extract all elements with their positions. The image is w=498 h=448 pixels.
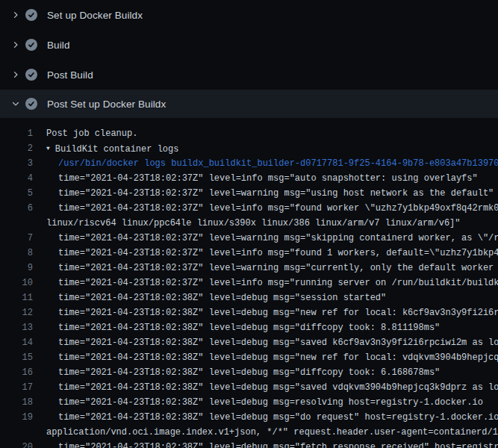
section-label: Post Build [47,69,93,81]
log-line: 12time="2021-04-23T18:02:38Z" level=debu… [0,305,498,320]
log-text: time="2021-04-23T18:02:37Z" level=warnin… [46,186,494,201]
line-number[interactable]: 18 [0,395,33,410]
log-text: time="2021-04-23T18:02:37Z" level=warnin… [46,261,498,276]
check-circle-icon [25,9,37,21]
line-number[interactable]: 20 [0,440,33,448]
log-line: 20time="2021-04-23T18:02:38Z" level=debu… [0,440,498,448]
check-circle-icon [25,98,37,110]
line-number[interactable]: 8 [0,246,33,261]
log-line: 14time="2021-04-23T18:02:38Z" level=debu… [0,335,498,350]
log-line: 15time="2021-04-23T18:02:38Z" level=debu… [0,350,498,365]
log-line: 8time="2021-04-23T18:02:37Z" level=info … [0,246,498,261]
log-line: 16time="2021-04-23T18:02:38Z" level=debu… [0,365,498,380]
log-text: time="2021-04-23T18:02:38Z" level=debug … [46,395,483,410]
log-area: 1Post job cleanup.2▼BuildKit container l… [0,118,498,448]
log-line: 1Post job cleanup. [0,126,498,141]
line-number[interactable]: 17 [0,380,33,395]
line-number[interactable]: 7 [0,231,33,246]
log-text: time="2021-04-23T18:02:37Z" level=info m… [46,276,498,290]
log-line: 6time="2021-04-23T18:02:37Z" level=info … [0,201,498,216]
section-set-up-docker-buildx[interactable]: Set up Docker Buildx [0,0,498,30]
line-number[interactable]: 14 [0,335,33,350]
line-number[interactable]: 5 [0,186,33,201]
step-sections: Set up Docker Buildx Build Post Build Po… [0,0,498,118]
log-line: 13time="2021-04-23T18:02:38Z" level=debu… [0,320,498,335]
log-text: time="2021-04-23T18:02:38Z" level=debug … [46,410,498,425]
section-post-build[interactable]: Post Build [0,60,498,90]
log-text: time="2021-04-23T18:02:37Z" level=warnin… [46,231,498,246]
chevron-right-icon [10,69,22,81]
line-number[interactable]: 3 [0,156,33,171]
line-number[interactable]: 15 [0,350,33,365]
log-text: time="2021-04-23T18:02:38Z" level=debug … [46,440,498,448]
log-line: 7time="2021-04-23T18:02:37Z" level=warni… [0,231,498,246]
log-line: linux/riscv64 linux/ppc64le linux/s390x … [0,216,498,231]
log-line: 19time="2021-04-23T18:02:38Z" level=debu… [0,410,498,425]
line-number[interactable]: 16 [0,365,33,380]
log-group-toggle[interactable]: ▼BuildKit container logs [46,141,178,156]
log-line: 2▼BuildKit container logs [0,141,498,156]
chevron-right-icon [10,39,22,51]
line-number[interactable]: 13 [0,320,33,335]
line-number[interactable]: 10 [0,276,33,290]
log-text: time="2021-04-23T18:02:38Z" level=debug … [46,365,440,380]
log-line: 18time="2021-04-23T18:02:38Z" level=debu… [0,395,498,410]
chevron-right-icon [10,9,22,21]
log-line: 10time="2021-04-23T18:02:37Z" level=info… [0,276,498,290]
log-line: 9time="2021-04-23T18:02:37Z" level=warni… [0,261,498,276]
section-label: Set up Docker Buildx [47,10,143,21]
triangle-down-icon: ▼ [46,141,50,156]
log-text: Post job cleanup. [46,126,137,141]
log-line: 3/usr/bin/docker logs buildx_buildkit_bu… [0,156,498,171]
log-text: time="2021-04-23T18:02:37Z" level=info m… [46,246,498,261]
chevron-down-icon [10,98,22,110]
line-number[interactable]: 19 [0,410,33,425]
log-text-continuation: linux/riscv64 linux/ppc64le linux/s390x … [46,216,461,231]
log-text: time="2021-04-23T18:02:38Z" level=debug … [46,290,386,305]
line-number[interactable]: 4 [0,171,33,186]
line-number[interactable]: 9 [0,261,33,276]
line-number[interactable]: 11 [0,290,33,305]
line-number[interactable]: 2 [0,141,33,156]
log-command-text: /usr/bin/docker logs buildx_buildkit_bui… [46,156,498,171]
line-number[interactable]: 1 [0,126,33,141]
log-line: 5time="2021-04-23T18:02:37Z" level=warni… [0,186,498,201]
check-circle-icon [25,69,37,81]
log-line: 4time="2021-04-23T18:02:37Z" level=info … [0,171,498,186]
log-text: time="2021-04-23T18:02:38Z" level=debug … [46,305,498,320]
log-line: application/vnd.oci.image.index.v1+json,… [0,425,498,440]
log-line: 17time="2021-04-23T18:02:38Z" level=debu… [0,380,498,395]
log-text-continuation: application/vnd.oci.image.index.v1+json,… [46,425,498,440]
section-build[interactable]: Build [0,30,498,60]
log-text: time="2021-04-23T18:02:38Z" level=debug … [46,320,440,335]
log-text: time="2021-04-23T18:02:37Z" level=info m… [46,201,498,216]
check-circle-icon [25,39,37,51]
log-text: time="2021-04-23T18:02:38Z" level=debug … [46,350,498,365]
section-label: Post Set up Docker Buildx [47,99,166,110]
log-text: time="2021-04-23T18:02:38Z" level=debug … [46,335,498,350]
line-number [0,425,33,440]
log-line: 11time="2021-04-23T18:02:38Z" level=debu… [0,290,498,305]
section-label: Build [47,40,70,51]
log-text: time="2021-04-23T18:02:37Z" level=info m… [46,171,478,186]
log-text: time="2021-04-23T18:02:38Z" level=debug … [46,380,498,395]
line-number [0,216,33,231]
line-number[interactable]: 6 [0,201,33,216]
section-post-set-up-docker-buildx[interactable]: Post Set up Docker Buildx [0,90,498,118]
line-number[interactable]: 12 [0,305,33,320]
